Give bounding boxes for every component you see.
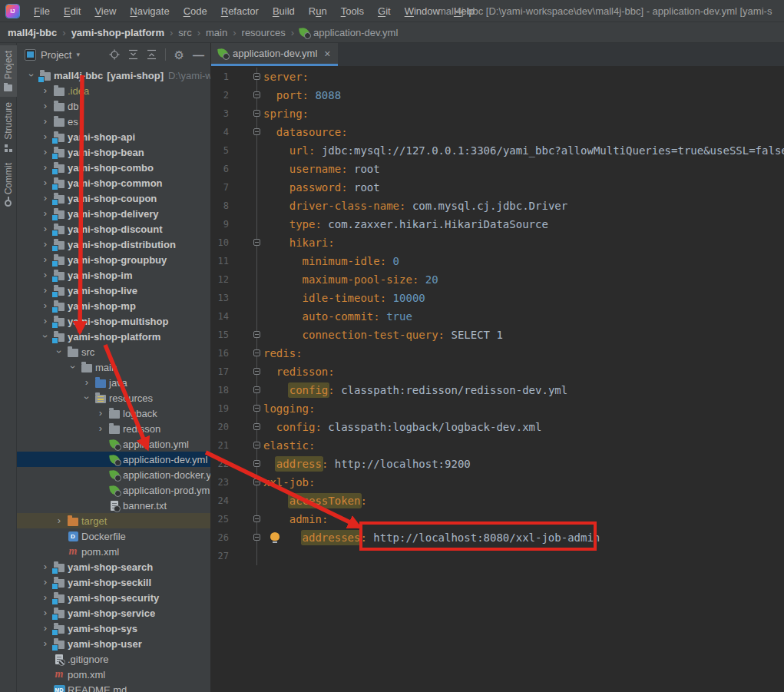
tree-row-readme-md[interactable]: MDREADME.md xyxy=(17,682,210,692)
chevron-collapsed-icon[interactable]: › xyxy=(38,590,52,605)
menu-item-run[interactable]: Run xyxy=(302,0,334,22)
fold-start-icon[interactable] xyxy=(253,405,260,412)
tree-row-pom-xml[interactable]: pom.xml xyxy=(17,544,210,559)
chevron-expanded-icon[interactable]: › xyxy=(79,391,94,405)
fold-start-icon[interactable] xyxy=(253,478,260,485)
tree-row-yami-shop-security[interactable]: ›yami-shop-security xyxy=(17,590,210,605)
code-line-17[interactable]: 17 redisson: xyxy=(211,363,784,381)
code-line-5[interactable]: 5 url: jdbc:mysql://127.0.0.1:3306/yami_… xyxy=(211,141,784,160)
tree-row-yami-shop-search[interactable]: ›yami-shop-search xyxy=(17,559,210,574)
code-line-4[interactable]: 4 datasource: xyxy=(211,123,784,141)
tool-button-project[interactable]: Project xyxy=(0,45,17,97)
fold-start-icon[interactable] xyxy=(253,110,260,117)
menu-item-refactor[interactable]: Refactor xyxy=(214,0,266,22)
tree-row-pom-xml[interactable]: pom.xml xyxy=(17,667,210,682)
fold-start-icon[interactable] xyxy=(253,368,260,375)
menu-item-code[interactable]: Code xyxy=(177,0,214,22)
intention-bulb-icon[interactable] xyxy=(270,532,280,541)
chevron-collapsed-icon[interactable]: › xyxy=(38,83,52,98)
breadcrumb-item-mall4j-bbc[interactable]: mall4j-bbc xyxy=(8,27,57,38)
chevron-collapsed-icon[interactable]: › xyxy=(38,190,52,206)
chevron-collapsed-icon[interactable]: › xyxy=(38,298,52,313)
project-panel-title[interactable]: Project xyxy=(41,49,71,61)
tree-row-yami-shop-distribution[interactable]: ›yami-shop-distribution xyxy=(17,237,210,252)
fold-start-icon[interactable] xyxy=(253,442,260,449)
menu-item-navigate[interactable]: Navigate xyxy=(123,0,176,22)
tree-row-target[interactable]: ›target xyxy=(17,513,210,528)
tree-row-yami-shop-sys[interactable]: ›yami-shop-sys xyxy=(17,621,210,636)
tab-application-dev-yml[interactable]: application-dev.yml × xyxy=(211,43,338,66)
fold-start-icon[interactable] xyxy=(253,349,260,356)
tree-row-es[interactable]: ›es xyxy=(17,114,210,129)
chevron-down-icon[interactable]: ▾ xyxy=(76,51,80,58)
fold-end-icon[interactable] xyxy=(253,534,260,541)
menu-item-git[interactable]: Git xyxy=(371,0,398,22)
code-line-11[interactable]: 11 minimum-idle: 0 xyxy=(211,252,784,270)
tree-row-yami-shop-api[interactable]: ›yami-shop-api xyxy=(17,129,210,144)
code-line-7[interactable]: 7 password: root xyxy=(211,178,784,197)
menu-item-build[interactable]: Build xyxy=(266,0,302,22)
breadcrumb-item-application-dev-yml[interactable]: application-dev.yml xyxy=(313,27,398,38)
tree-row-yami-shop-user[interactable]: ›yami-shop-user xyxy=(17,636,210,651)
code-line-16[interactable]: 16redis: xyxy=(211,344,784,363)
menu-item-tools[interactable]: Tools xyxy=(334,0,371,22)
tree-row-yami-shop-delivery[interactable]: ›yami-shop-delivery xyxy=(17,206,210,221)
code-line-9[interactable]: 9 type: com.zaxxer.hikari.HikariDataSour… xyxy=(211,215,784,233)
chevron-collapsed-icon[interactable]: › xyxy=(38,267,52,283)
chevron-expanded-icon[interactable]: › xyxy=(65,360,81,374)
tree-row-mall4j-bbc[interactable]: ›mall4j-bbc[yami-shop]D:\yami-wo xyxy=(17,68,210,83)
menu-item-view[interactable]: View xyxy=(88,0,123,22)
code-line-3[interactable]: 3spring: xyxy=(211,104,784,123)
code-editor[interactable]: 1server:2 port: 80883spring:4 datasource… xyxy=(211,66,784,692)
code-line-20[interactable]: 20 config: classpath:logback/logback-dev… xyxy=(211,418,784,436)
code-line-1[interactable]: 1server: xyxy=(211,68,784,86)
chevron-collapsed-icon[interactable]: › xyxy=(80,375,94,390)
tree-row-redisson[interactable]: ›redisson xyxy=(17,421,210,436)
tree-row-yami-shop-seckill[interactable]: ›yami-shop-seckill xyxy=(17,574,210,590)
tree-row-yami-shop-discount[interactable]: ›yami-shop-discount xyxy=(17,221,210,237)
tree-row-yami-shop-bean[interactable]: ›yami-shop-bean xyxy=(17,144,210,160)
tree-row-src[interactable]: ›src xyxy=(17,344,210,359)
chevron-collapsed-icon[interactable]: › xyxy=(38,621,52,636)
chevron-collapsed-icon[interactable]: › xyxy=(38,129,52,144)
tree-row-db[interactable]: ›db xyxy=(17,98,210,114)
tree-row-logback[interactable]: ›logback xyxy=(17,406,210,421)
close-icon[interactable]: × xyxy=(324,48,330,60)
code-line-25[interactable]: 25 admin: xyxy=(211,510,784,528)
tree-row-banner-txt[interactable]: banner.txt xyxy=(17,498,210,513)
chevron-collapsed-icon[interactable]: › xyxy=(38,559,52,574)
gear-icon[interactable]: ⚙ xyxy=(174,49,184,61)
fold-start-icon[interactable] xyxy=(253,239,260,246)
fold-end-icon[interactable] xyxy=(253,331,260,338)
chevron-collapsed-icon[interactable]: › xyxy=(38,283,52,298)
tree-row-application-dev-yml[interactable]: application-dev.yml xyxy=(17,452,210,467)
tree-row-yami-shop-common[interactable]: ›yami-shop-common xyxy=(17,175,210,190)
fold-start-icon[interactable] xyxy=(253,128,260,135)
chevron-collapsed-icon[interactable]: › xyxy=(52,513,66,528)
tree-row-yami-shop-platform[interactable]: ›yami-shop-platform xyxy=(17,329,210,344)
breadcrumb-item-resources[interactable]: resources xyxy=(242,27,286,38)
tree-row-yami-shop-combo[interactable]: ›yami-shop-combo xyxy=(17,160,210,175)
tool-button-structure[interactable]: Structure xyxy=(0,97,17,157)
tree-row-yami-shop-groupbuy[interactable]: ›yami-shop-groupbuy xyxy=(17,252,210,267)
fold-end-icon[interactable] xyxy=(253,460,260,467)
code-line-14[interactable]: 14 auto-commit: true xyxy=(211,307,784,326)
code-line-6[interactable]: 6 username: root xyxy=(211,160,784,178)
chevron-collapsed-icon[interactable]: › xyxy=(38,221,52,237)
code-line-19[interactable]: 19logging: xyxy=(211,399,784,418)
tree-row-yami-shop-mp[interactable]: ›yami-shop-mp xyxy=(17,298,210,313)
code-line-27[interactable]: 27 xyxy=(211,547,784,565)
chevron-collapsed-icon[interactable]: › xyxy=(94,421,108,436)
breadcrumb-item-src[interactable]: src xyxy=(178,27,191,38)
hide-panel-icon[interactable]: — xyxy=(193,48,204,61)
chevron-collapsed-icon[interactable]: › xyxy=(38,252,52,267)
expand-all-icon[interactable] xyxy=(128,49,138,60)
menu-item-edit[interactable]: Edit xyxy=(57,0,88,22)
tree-row-yami-shop-service[interactable]: ›yami-shop-service xyxy=(17,605,210,621)
chevron-collapsed-icon[interactable]: › xyxy=(38,605,52,621)
tree-row-application-yml[interactable]: application.yml xyxy=(17,436,210,452)
code-line-22[interactable]: 22 address: http://localhost:9200 xyxy=(211,455,784,473)
chevron-expanded-icon[interactable]: › xyxy=(51,345,67,359)
tree-row-yami-shop-live[interactable]: ›yami-shop-live xyxy=(17,283,210,298)
breadcrumb-item-main[interactable]: main xyxy=(206,27,227,38)
